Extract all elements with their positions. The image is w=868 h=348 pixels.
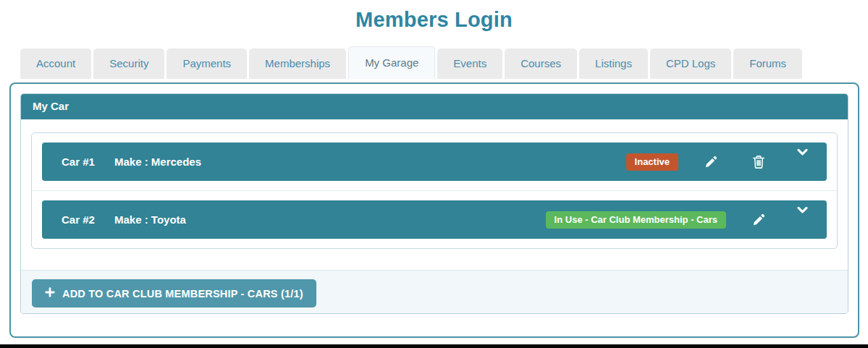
tab-listings[interactable]: Listings — [579, 48, 648, 79]
chevron-down-icon — [797, 148, 808, 156]
edit-button[interactable] — [752, 213, 765, 226]
expand-button[interactable] — [797, 206, 808, 214]
tab-memberships[interactable]: Memberships — [249, 48, 346, 79]
car-list: Car #1 Make : Mercedes Inactive — [31, 132, 838, 249]
pencil-icon — [752, 213, 765, 226]
tab-events[interactable]: Events — [437, 48, 502, 79]
my-car-card: My Car Car #1 Make : Mercedes Inactive — [20, 93, 848, 314]
car-row-1: Car #1 Make : Mercedes Inactive — [42, 143, 827, 181]
card-header-title: My Car — [21, 94, 848, 119]
tab-my-garage[interactable]: My Garage — [348, 46, 435, 79]
expand-button[interactable] — [797, 148, 808, 156]
status-badge: Inactive — [626, 153, 678, 171]
car-number: Car #1 — [62, 156, 114, 168]
pencil-icon — [704, 156, 717, 169]
trash-icon — [752, 155, 765, 169]
tab-cpd-logs[interactable]: CPD Logs — [650, 48, 731, 79]
card-body: Car #1 Make : Mercedes Inactive — [21, 119, 848, 270]
tab-courses[interactable]: Courses — [505, 48, 577, 79]
edit-button[interactable] — [704, 156, 717, 169]
list-item: Car #1 Make : Mercedes Inactive — [32, 133, 837, 190]
chevron-down-icon — [797, 206, 808, 214]
page: Members Login Account Security Payments … — [0, 0, 868, 348]
plus-icon — [45, 287, 55, 300]
tab-account[interactable]: Account — [20, 48, 91, 79]
car-make: Make : Mercedes — [114, 156, 201, 168]
window-bottom-edge — [0, 344, 868, 348]
car-make: Make : Toyota — [114, 213, 186, 226]
garage-panel: My Car Car #1 Make : Mercedes Inactive — [9, 82, 859, 338]
status-badge: In Use - Car Club Membership - Cars — [546, 211, 726, 229]
tab-payments[interactable]: Payments — [167, 48, 247, 79]
delete-button[interactable] — [752, 155, 765, 169]
tab-security[interactable]: Security — [93, 48, 164, 79]
list-item: Car #2 Make : Toyota In Use - Car Club M… — [32, 190, 837, 248]
add-button-label: ADD TO CAR CLUB MEMBERSHIP - CARS (1/1) — [62, 288, 303, 300]
add-to-membership-button[interactable]: ADD TO CAR CLUB MEMBERSHIP - CARS (1/1) — [32, 279, 316, 307]
tab-bar: Account Security Payments Memberships My… — [20, 47, 868, 79]
tab-forums[interactable]: Forums — [733, 48, 802, 79]
car-number: Car #2 — [62, 213, 114, 226]
car-row-2: Car #2 Make : Toyota In Use - Car Club M… — [42, 200, 827, 239]
card-footer: ADD TO CAR CLUB MEMBERSHIP - CARS (1/1) — [21, 270, 848, 313]
page-title: Members Login — [0, 0, 868, 32]
